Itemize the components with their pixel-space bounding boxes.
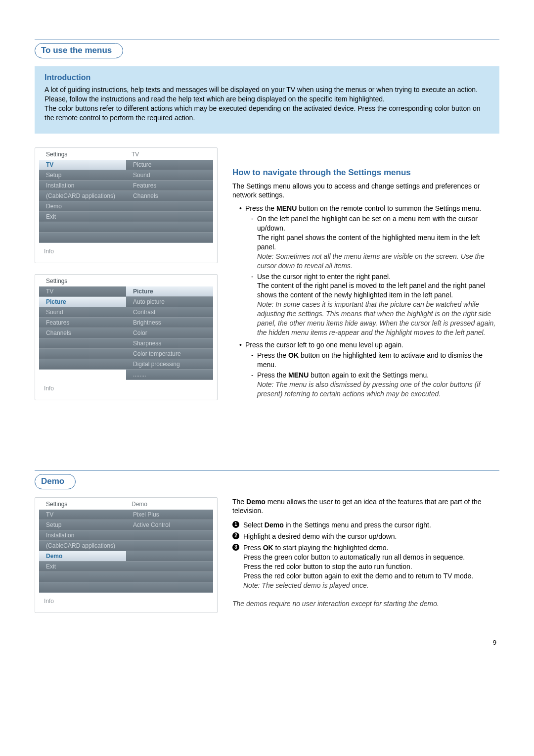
- menu-item: (CableCARD applications): [39, 541, 126, 551]
- section-pill-demo: Demo: [35, 474, 76, 489]
- menu-item: Sound: [39, 307, 126, 318]
- howto-b1-dash2: Use the cursor right to enter the right …: [251, 272, 499, 337]
- howto-b2-dash1: Press the OK button on the highlighted i…: [251, 351, 499, 370]
- howto-bullet-2: Press the cursor left to go one menu lev…: [239, 340, 499, 399]
- menu-item: Digital processing: [126, 359, 213, 370]
- tv-panel-demo: Settings Demo TVSetupInstallation(CableC…: [35, 497, 218, 613]
- demo-step-3: 3 Press OK to start playing the highligh…: [232, 543, 499, 590]
- panel3-header-left: Settings: [39, 501, 128, 508]
- menu-item: Sharpness: [126, 338, 213, 349]
- panel2-header-left: Settings: [39, 278, 128, 284]
- menu-item: [126, 530, 213, 541]
- demo-step-2: 2 Highlight a desired demo with the curs…: [232, 532, 499, 541]
- menu-item: Installation: [39, 530, 126, 541]
- menu-item: (CableCARD applications): [39, 191, 126, 201]
- page-number: 9: [35, 639, 499, 646]
- panel3-info: Info: [35, 593, 217, 607]
- menu-item: Demo: [39, 551, 126, 562]
- menu-item: Setup: [39, 520, 126, 530]
- menu-item: Picture: [39, 297, 126, 307]
- menu-item: [126, 233, 213, 243]
- intro-heading: Introduction: [44, 73, 490, 82]
- demo-lead: The Demo menu allows the user to get an …: [232, 497, 499, 516]
- menu-item: [126, 201, 213, 212]
- menu-item: [39, 222, 126, 233]
- menu-item: Color: [126, 328, 213, 338]
- howto-b1-dash1: On the left panel the highlight can be s…: [251, 214, 499, 270]
- menu-item: Demo: [39, 201, 126, 212]
- menu-item: TV: [39, 160, 126, 170]
- menu-item: Picture: [126, 286, 213, 297]
- menu-item: Auto picture: [126, 297, 213, 307]
- menu-item: [126, 541, 213, 551]
- menu-item: Contrast: [126, 307, 213, 318]
- menu-item: Channels: [126, 191, 213, 201]
- section-divider-2: [35, 471, 499, 471]
- howto-heading: How to navigate through the Settings men…: [232, 167, 499, 179]
- tv-panel-settings-tv: Settings TV TVSetupInstallation(CableCAR…: [35, 147, 218, 263]
- menu-item: [39, 572, 126, 582]
- intro-text: A lot of guiding instructions, help text…: [44, 85, 490, 123]
- menu-item: Exit: [39, 562, 126, 572]
- menu-item: [39, 349, 126, 359]
- panel2-header-right: [128, 278, 213, 284]
- menu-item: Features: [39, 318, 126, 328]
- menu-item: TV: [39, 510, 126, 520]
- menu-item: ........: [126, 370, 213, 380]
- howto-bullet-1: Press the MENU button on the remote cont…: [239, 204, 499, 337]
- menu-item: Channels: [39, 328, 126, 338]
- intro-p1: A lot of guiding instructions, help text…: [44, 85, 490, 94]
- panel1-info: Info: [35, 243, 217, 257]
- menu-item: Picture: [126, 160, 213, 170]
- menu-item: [126, 562, 213, 572]
- menu-item: [39, 582, 126, 593]
- menu-item: [126, 212, 213, 222]
- menu-item: TV: [39, 286, 126, 297]
- howto-b2-dash2: Press the MENU button again to exit the …: [251, 371, 499, 399]
- panel2-info: Info: [35, 380, 217, 394]
- menu-item: Installation: [39, 181, 126, 191]
- menu-item: Features: [126, 181, 213, 191]
- menu-item: Pixel Plus: [126, 510, 213, 520]
- demo-step-1: 1 Select Demo in the Settings menu and p…: [232, 520, 499, 530]
- panel1-header-left: Settings: [39, 151, 128, 158]
- panel1-header-right: TV: [128, 151, 213, 158]
- demo-footer-note: The demos require no user interaction ex…: [232, 599, 499, 609]
- menu-item: [126, 551, 213, 562]
- howto-lead: The Settings menu allows you to access a…: [232, 182, 499, 200]
- menu-item: [126, 572, 213, 582]
- menu-item: [39, 359, 126, 370]
- menu-item: Brightness: [126, 318, 213, 328]
- section-divider: [35, 40, 499, 40]
- menu-item: Sound: [126, 170, 213, 181]
- menu-item: Setup: [39, 170, 126, 181]
- panel3-header-right: Demo: [128, 501, 213, 508]
- tv-panel-tv-picture: Settings TVPictureSoundFeaturesChannels …: [35, 274, 218, 400]
- menu-item: Exit: [39, 212, 126, 222]
- intro-box: Introduction A lot of guiding instructio…: [35, 66, 499, 134]
- menu-item: [126, 582, 213, 593]
- section-pill-menus: To use the menus: [35, 43, 123, 58]
- menu-item: Color temperature: [126, 349, 213, 359]
- menu-item: [126, 222, 213, 233]
- menu-item: [39, 233, 126, 243]
- menu-item: Active Control: [126, 520, 213, 530]
- intro-p2: Please, follow the instructions and read…: [44, 94, 490, 104]
- intro-p3: The color buttons refer to different act…: [44, 104, 490, 123]
- menu-item: [39, 338, 126, 349]
